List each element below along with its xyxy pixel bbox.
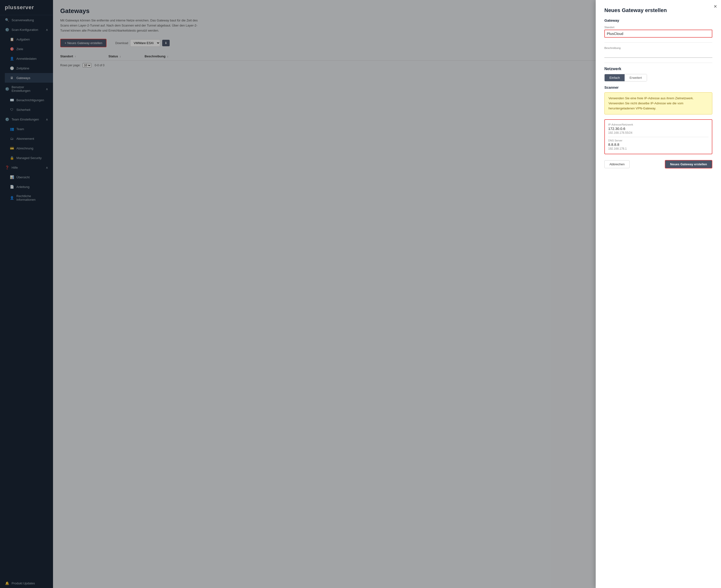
tab-erweitert[interactable]: Erweitert — [624, 74, 646, 81]
beschreibung-form-group: Beschreibung — [605, 46, 712, 58]
modal-panel: ✕ Neues Gateway erstellen Gateway Stando… — [596, 0, 721, 588]
dns-value: 8.8.8.8 — [608, 142, 708, 147]
modal-title: Neues Gateway erstellen — [605, 7, 712, 14]
netzwerk-title: Netzwerk — [605, 67, 712, 71]
network-tab-group: Einfach Erweitert — [605, 74, 647, 81]
standort-form-group: Standort — [605, 26, 712, 38]
beschreibung-label: Beschreibung — [605, 46, 712, 49]
network-box-divider — [608, 137, 708, 137]
standort-label: Standort — [605, 26, 712, 29]
scanner-title: Scanner — [605, 85, 712, 89]
dns-hint: 192.168.178.1 — [608, 147, 708, 150]
modal-close-button[interactable]: ✕ — [714, 4, 717, 9]
ip-field-label: IP-Adresse/Netzwerk — [608, 123, 708, 126]
beschreibung-input[interactable] — [605, 50, 712, 58]
tab-einfach[interactable]: Einfach — [605, 74, 624, 81]
standort-input[interactable] — [605, 30, 712, 38]
warning-box: Verwenden Sie eine freie IP-Adresse aus … — [605, 92, 712, 114]
ip-field-value: 172.30.0.6 — [608, 127, 708, 131]
dns-label: DNS Server — [608, 139, 708, 142]
network-form-box: IP-Adresse/Netzwerk 172.30.0.6 192.168.1… — [605, 119, 712, 154]
modal-actions: Abbrechen Neues Gateway erstellen — [605, 160, 712, 168]
create-gateway-button[interactable]: Neues Gateway erstellen — [665, 160, 712, 168]
ip-field-hint: 192.168.178.55/24 — [608, 131, 708, 134]
form-divider-2 — [605, 63, 712, 63]
cancel-button[interactable]: Abbrechen — [605, 160, 630, 168]
form-divider-1 — [605, 42, 712, 43]
modal-gateway-section-title: Gateway — [605, 18, 712, 22]
